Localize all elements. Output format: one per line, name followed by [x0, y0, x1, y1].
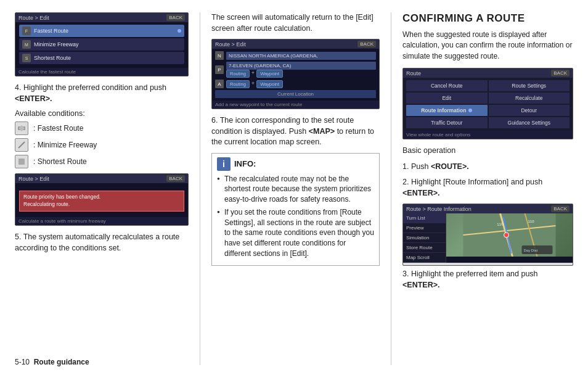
- svg-marker-1: [18, 125, 25, 131]
- mid-intro: The screen will automatically return to …: [211, 12, 380, 34]
- route-cell-6[interactable]: Traffic Detour: [406, 117, 488, 128]
- info-bullets: The recalculated route may not be the sh…: [217, 174, 374, 259]
- page-container: Route > Edit BACK F Fastest Route M Mini…: [0, 0, 588, 375]
- info-header: i INFO:: [217, 157, 374, 171]
- screen-footer-2: Calculate a route with minimum freeway: [15, 217, 188, 225]
- wp-content-2: Routing + Waypoint: [226, 80, 376, 88]
- back-btn-1[interactable]: BACK: [166, 14, 185, 21]
- menu-item-shortest[interactable]: S Shortest Route: [19, 52, 184, 64]
- titlebar-label-3: Route > Edit: [215, 41, 246, 47]
- cond-icon-fastest: [15, 122, 28, 135]
- routing-btn-2[interactable]: Routing: [226, 80, 250, 88]
- condition-fastest: : Fastest Route: [15, 122, 189, 135]
- screen-route-info-5: Route > Route Information BACK Turn List…: [402, 204, 573, 266]
- wp-dest-content: NISSAN NORTH AMERICA (GARDENA,: [226, 52, 376, 60]
- back-btn-4[interactable]: BACK: [551, 70, 570, 76]
- titlebar-3: Route > Edit BACK: [212, 39, 379, 49]
- info-bullet-1: The recalculated route may not be the sh…: [217, 174, 374, 205]
- screen-route-edit-1: Route > Edit BACK F Fastest Route M Mini…: [15, 12, 189, 76]
- minimize-icon: M: [22, 40, 31, 49]
- step-5-text: 5. The system automatically recalculates…: [15, 232, 189, 253]
- minimize-label: Minimize Freeway: [34, 41, 79, 47]
- wp-current: Current Location: [215, 90, 376, 98]
- waypoint-btn-1[interactable]: Waypoint: [256, 70, 283, 78]
- step-6: 6. The icon corresponding to the set rou…: [211, 115, 380, 148]
- wp-dest-name: NISSAN NORTH AMERICA (GARDENA,: [226, 52, 376, 60]
- route-grid: Cancel Route Route Settings Edit Recalcu…: [406, 80, 570, 128]
- cond-icon-minimize: [15, 138, 28, 152]
- rinfo-turn-list[interactable]: Turn List: [403, 213, 446, 223]
- routing-btn-1[interactable]: Routing: [226, 70, 250, 78]
- menu-item-minimize[interactable]: M Minimize Freeway: [19, 38, 184, 51]
- wp-letter-P: P: [215, 65, 224, 74]
- fastest-label: Fastest Route: [34, 28, 68, 34]
- recalc-body: Route priority has been changed. Recalcu…: [15, 183, 188, 217]
- condition-shortest: : Shortest Route: [15, 155, 189, 168]
- wp-dest-letter: N: [215, 51, 224, 60]
- route-cell-4[interactable]: Route Information: [406, 105, 488, 116]
- rinfo-store[interactable]: Store Route: [403, 243, 446, 253]
- titlebar-5: Route > Route Information BACK: [403, 204, 573, 213]
- titlebar-2: Route > Edit BACK: [15, 174, 188, 183]
- titlebar-label-5: Route > Route Information: [406, 206, 472, 212]
- cond-label-shortest: : Shortest Route: [33, 157, 87, 166]
- info-icon: i: [217, 157, 231, 171]
- route-cell-2[interactable]: Edit: [406, 93, 488, 104]
- route-cell-0[interactable]: Cancel Route: [406, 80, 488, 91]
- rinfo-mapscroll[interactable]: Map Scroll: [403, 253, 446, 263]
- titlebar-label-1: Route > Edit: [18, 15, 49, 21]
- svg-text:110: 110: [528, 220, 535, 223]
- route-cell-3[interactable]: Recalculate: [489, 93, 570, 104]
- wp-letter-A: A: [215, 80, 224, 88]
- wp-buttons-2: Routing + Waypoint: [226, 80, 376, 88]
- wp-content-1: 7-ELEVEN (GARDENA, CA) Routing + Waypoin…: [226, 62, 376, 78]
- screen-footer-1: Calculate the fastest route: [15, 68, 188, 76]
- back-btn-3[interactable]: BACK: [357, 41, 376, 47]
- waypoint-btn-2[interactable]: Waypoint: [256, 80, 283, 88]
- condition-minimize: : Minimize Freeway: [15, 138, 189, 152]
- step-r3: 3. Highlight the preferred item and push…: [402, 269, 573, 291]
- rinfo-body: Turn List Preview Simulation Store Route…: [403, 213, 573, 263]
- recalc-overlay: Route priority has been changed. Recalcu…: [19, 191, 184, 212]
- svg-line-2: [18, 142, 25, 148]
- back-btn-5[interactable]: BACK: [551, 205, 570, 212]
- rinfo-simulation[interactable]: Simulation: [403, 233, 446, 243]
- map-svg: 110 110 Day Dist: [446, 213, 573, 257]
- screen-route-body-4: Cancel Route Route Settings Edit Recalcu…: [403, 78, 573, 131]
- titlebar-label-2: Route > Edit: [18, 176, 49, 182]
- step-r1: 1. Push <ROUTE>.: [402, 162, 573, 173]
- wp-dest-row: N NISSAN NORTH AMERICA (GARDENA,: [215, 51, 376, 60]
- info-bullet-2: If you set the route conditions from [Ro…: [217, 207, 374, 259]
- svg-text:Day  Dist: Day Dist: [524, 249, 538, 252]
- fastest-dot: [178, 29, 181, 33]
- shortest-icon: S: [22, 54, 31, 62]
- wp-row-1: P 7-ELEVEN (GARDENA, CA) Routing + Waypo…: [215, 62, 376, 78]
- route-cell-1[interactable]: Route Settings: [489, 80, 570, 91]
- menu-item-fastest[interactable]: F Fastest Route: [19, 25, 184, 37]
- route-cell-5[interactable]: Detour: [489, 105, 570, 116]
- step-r2: 2. Highlight [Route Information] and pus…: [402, 177, 573, 199]
- screen-body-1: F Fastest Route M Minimize Freeway S Sho…: [15, 22, 188, 68]
- info-title: INFO:: [234, 159, 256, 168]
- back-btn-2[interactable]: BACK: [166, 175, 185, 182]
- screen-footer-4: View whole route and options: [403, 131, 573, 139]
- right-column: CONFIRMING A ROUTE When the suggested ro…: [391, 12, 573, 365]
- rinfo-list: Turn List Preview Simulation Store Route…: [403, 213, 446, 263]
- conditions-label: Available conditions:: [15, 109, 189, 118]
- page-footer: 5-10 Route guidance: [15, 358, 89, 366]
- wp-buttons-1: Routing + Waypoint: [226, 70, 376, 78]
- screen-route-edit-3: Route > Edit BACK N NISSAN NORTH AMERICA…: [211, 39, 380, 109]
- fastest-icon: F: [22, 27, 31, 35]
- screen-route-edit-2: Route > Edit BACK Route priority has bee…: [15, 173, 189, 226]
- wp-name-1: 7-ELEVEN (GARDENA, CA): [226, 62, 376, 70]
- titlebar-1: Route > Edit BACK: [15, 13, 188, 22]
- rinfo-preview[interactable]: Preview: [403, 223, 446, 233]
- titlebar-4: Route BACK: [403, 68, 573, 78]
- screen-footer-5: [403, 263, 573, 265]
- route-cell-7[interactable]: Guidance Settings: [489, 117, 570, 128]
- plus-2: +: [251, 80, 255, 88]
- info-box: i INFO: The recalculated route may not b…: [211, 153, 380, 266]
- svg-rect-3: [18, 159, 25, 165]
- page-number: 5-10: [15, 358, 30, 366]
- cond-label-fastest: : Fastest Route: [33, 124, 83, 133]
